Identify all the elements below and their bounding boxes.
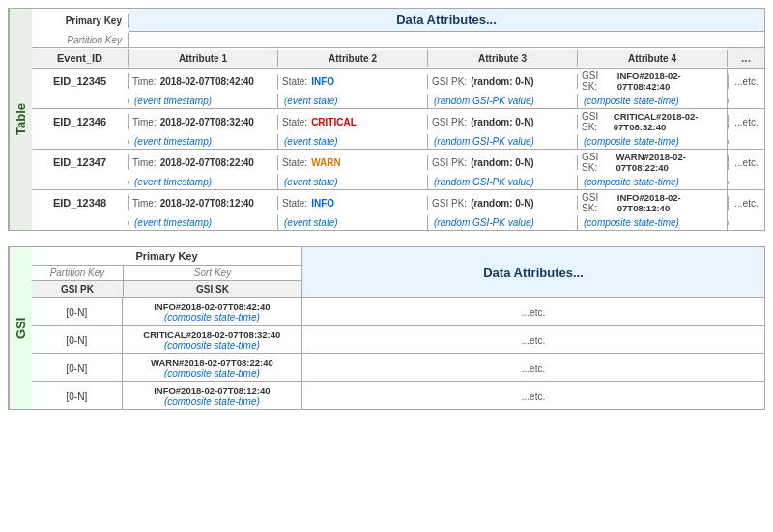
attr3-value: (random: 0-N) [471, 76, 534, 87]
gsi-sk-col-header: GSI SK [124, 281, 301, 297]
attr2-label: State: [282, 117, 307, 127]
eid-spacer [32, 221, 129, 225]
attr3-value: (random: 0-N) [471, 198, 534, 209]
attr3-desc: (random GSI-PK value) [428, 134, 578, 149]
attr1-value: 2018-02-07T08:12:40 [160, 198, 254, 209]
attr2-value: INFO [311, 76, 334, 87]
attr2-cell: State: INFO [278, 196, 428, 210]
attr-col-header-2: Attribute 2 [278, 50, 428, 67]
attr1-label: Time: [132, 117, 157, 127]
attr3-desc: (random GSI-PK value) [428, 94, 578, 108]
eid-spacer [32, 99, 129, 103]
gsi-header-area: Primary Key Partition Key Sort Key GSI P… [32, 247, 764, 298]
eid-spacer [32, 140, 129, 144]
gsi-sk-data: INFO#2018-02-07T08:42:40 (composite stat… [123, 298, 301, 325]
attr-headers-row: Event_ID Attribute 1 Attribute 2 Attribu… [32, 48, 764, 68]
gsi-data-attrs-cell: ...etc. [302, 382, 764, 409]
attr3-label: GSI PK: [432, 76, 467, 87]
attr-col-header-1: Attribute 1 [129, 50, 278, 67]
eid-cell: EID_12346 [32, 114, 129, 129]
attr1-desc: (event timestamp) [129, 94, 278, 108]
row-ellipsis: ...etc. [728, 115, 764, 129]
attr4-label: GSI SK: [582, 70, 614, 92]
attr1-label: Time: [132, 198, 157, 209]
row-ellipsis2 [728, 99, 764, 103]
attr2-desc: (event state) [278, 94, 428, 108]
attr4-cell: GSI SK: CRITICAL#2018-02-07T08:32:40 [578, 109, 728, 134]
partition-key-row: Partition Key [32, 32, 764, 48]
eid-spacer [32, 181, 129, 184]
attr3-cell: GSI PK: (random: 0-N) [428, 74, 578, 89]
attr2-desc: (event state) [278, 175, 428, 189]
attr4-label: GSI SK: [582, 152, 613, 173]
attr3-cell: GSI PK: (random: 0-N) [428, 155, 578, 170]
attr4-value: INFO#2018-02-07T08:12:40 [617, 192, 723, 213]
gsi-data-pk-section: [0-N] WARN#2018-02-07T08:22:40 (composit… [32, 354, 302, 381]
event-id-col-header: Event_ID [32, 49, 129, 67]
table-section: Table Primary Key Data Attributes... Par… [8, 8, 765, 231]
gsi-sk-data: WARN#2018-02-07T08:22:40 (composite stat… [123, 354, 301, 381]
data-attributes-header: Data Attributes... [129, 9, 764, 32]
attr4-cell: GSI SK: INFO#2018-02-07T08:12:40 [578, 190, 728, 215]
attr4-desc: (composite state-time) [578, 94, 728, 108]
gsi-row: [0-N] INFO#2018-02-07T08:42:40 (composit… [32, 298, 764, 326]
gsi-pk-section: Primary Key Partition Key Sort Key GSI P… [32, 247, 302, 297]
gsi-label: GSI [9, 247, 32, 409]
row-line2: (event timestamp) (event state) (random … [32, 175, 764, 189]
gsi-sk-line1: INFO#2018-02-07T08:12:40 [154, 385, 270, 396]
attr1-label: Time: [132, 76, 157, 87]
attr1-desc: (event timestamp) [129, 215, 278, 230]
gsi-sk-line1: CRITICAL#2018-02-07T08:32:40 [143, 329, 280, 340]
gsi-pk-col-header: GSI PK [32, 281, 124, 297]
row-line1: EID_12345 Time: 2018-02-07T08:42:40 Stat… [32, 69, 764, 94]
attr1-cell: Time: 2018-02-07T08:22:40 [129, 155, 278, 170]
attr4-desc: (composite state-time) [578, 215, 728, 230]
table-rows: EID_12345 Time: 2018-02-07T08:42:40 Stat… [32, 69, 764, 230]
attr4-label: GSI SK: [582, 192, 614, 213]
row-line2: (event timestamp) (event state) (random … [32, 94, 764, 108]
page-wrapper: Table Primary Key Data Attributes... Par… [0, 0, 773, 418]
gsi-partition-key-label: Partition Key [32, 266, 124, 280]
gsi-sk-line2: (composite state-time) [164, 340, 260, 350]
row-ellipsis: ...etc. [728, 155, 764, 170]
attr1-cell: Time: 2018-02-07T08:12:40 [129, 196, 278, 210]
gsi-sk-line2: (composite state-time) [164, 312, 260, 322]
gsi-row: [0-N] CRITICAL#2018-02-07T08:32:40 (comp… [32, 326, 764, 354]
partition-key-label: Partition Key [32, 33, 129, 47]
gsi-pk-sub-row: Partition Key Sort Key [32, 266, 301, 281]
row-ellipsis: ...etc. [728, 74, 764, 89]
table-label: Table [9, 9, 32, 230]
attr3-value: (random: 0-N) [471, 157, 534, 168]
row-ellipsis2 [728, 140, 764, 144]
attr1-desc: (event timestamp) [129, 175, 278, 189]
gsi-data-pk-section: [0-N] INFO#2018-02-07T08:42:40 (composit… [32, 298, 302, 325]
gsi-rows: [0-N] INFO#2018-02-07T08:42:40 (composit… [32, 298, 764, 409]
attr1-cell: Time: 2018-02-07T08:42:40 [129, 74, 278, 89]
attr4-cell: GSI SK: WARN#2018-02-07T08:22:40 [578, 150, 728, 175]
attr2-label: State: [282, 198, 307, 209]
gsi-section: GSI Primary Key Partition Key Sort Key G… [8, 246, 765, 410]
row-ellipsis2 [728, 181, 764, 184]
gsi-sk-line2: (composite state-time) [164, 368, 260, 378]
attr1-cell: Time: 2018-02-07T08:32:40 [129, 115, 278, 129]
row-ellipsis2 [728, 221, 764, 225]
attr1-value: 2018-02-07T08:22:40 [160, 157, 254, 168]
attr3-value: (random: 0-N) [471, 117, 534, 127]
attr2-desc: (event state) [278, 134, 428, 149]
gsi-sk-data: CRITICAL#2018-02-07T08:32:40 (composite … [123, 326, 301, 353]
attr-col-ellipsis: ... [728, 48, 764, 68]
gsi-sk-data: INFO#2018-02-07T08:12:40 (composite stat… [123, 382, 301, 409]
gsi-pk-data: [0-N] [32, 326, 123, 353]
pk-row: Primary Key Data Attributes... [32, 9, 764, 32]
gsi-data-attrs-cell: ...etc. [302, 326, 764, 353]
table-row: EID_12345 Time: 2018-02-07T08:42:40 Stat… [32, 69, 764, 109]
row-ellipsis: ...etc. [728, 196, 764, 210]
table-header-area: Primary Key Data Attributes... Partition… [32, 9, 764, 69]
attr2-label: State: [282, 76, 307, 87]
attr3-cell: GSI PK: (random: 0-N) [428, 115, 578, 129]
gsi-sort-key-label: Sort Key [124, 266, 301, 280]
attr4-value: CRITICAL#2018-02-07T08:32:40 [614, 111, 723, 132]
gsi-pk-data: [0-N] [32, 298, 123, 325]
row-line1: EID_12346 Time: 2018-02-07T08:32:40 Stat… [32, 109, 764, 134]
row-line2: (event timestamp) (event state) (random … [32, 215, 764, 230]
